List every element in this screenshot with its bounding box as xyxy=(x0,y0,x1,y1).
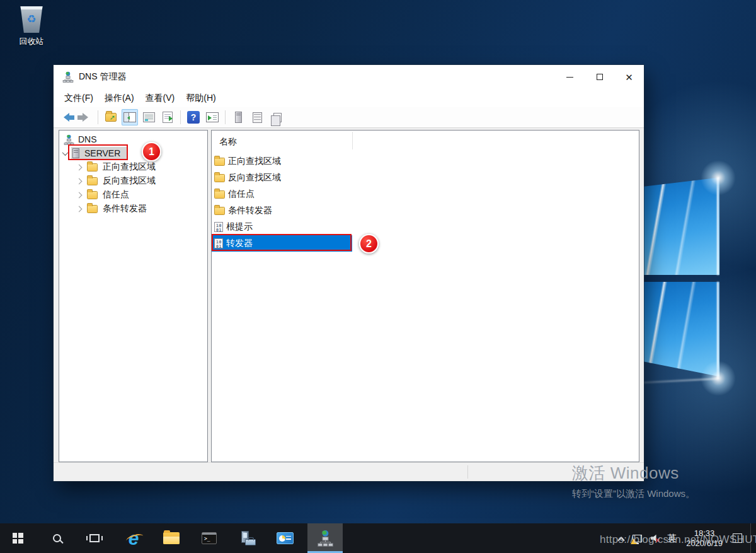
tree-label: 条件转发器 xyxy=(103,203,147,214)
list-item-conditional-forwarders[interactable]: 条件转发器 xyxy=(212,202,352,219)
show-console-tree-button[interactable] xyxy=(122,109,138,125)
menu-help[interactable]: 帮助(H) xyxy=(180,90,221,107)
chevron-right-icon[interactable] xyxy=(76,178,83,184)
activation-line2: 转到“设置”以激活 Windows。 xyxy=(572,488,695,500)
start-button[interactable] xyxy=(4,523,32,553)
console-tree-pane: DNS SERVER 正向查找区域 反向查找区域 xyxy=(59,130,208,462)
server-status-button[interactable] xyxy=(230,109,246,125)
up-one-level-button[interactable]: ➚ xyxy=(103,109,119,125)
minimize-button[interactable] xyxy=(555,65,585,89)
tree-label: 信任点 xyxy=(103,189,129,201)
server-icon xyxy=(235,112,242,123)
export-list-button[interactable] xyxy=(159,109,176,125)
file-explorer-button[interactable] xyxy=(158,523,185,553)
help-icon: ? xyxy=(187,111,200,124)
tree-item-forward-lookup-zones[interactable]: 正向查找区域 xyxy=(59,160,207,174)
tree-item-reverse-lookup-zones[interactable]: 反向查找区域 xyxy=(59,174,207,188)
back-icon xyxy=(59,113,69,122)
annotation-box-server xyxy=(68,144,128,160)
list-label: 根提示 xyxy=(226,221,253,233)
list-item-forward-lookup-zones[interactable]: 正向查找区域 xyxy=(212,153,352,170)
menu-view[interactable]: 查看(V) xyxy=(140,90,181,107)
list-label: 条件转发器 xyxy=(228,205,272,216)
search-button[interactable] xyxy=(43,523,71,553)
list-header: 名称 xyxy=(212,131,639,153)
status-bar xyxy=(54,462,644,481)
folder-icon xyxy=(87,205,98,213)
forward-icon xyxy=(83,113,93,122)
recycle-bin-shortcut[interactable]: ♻ 回收站 xyxy=(11,6,52,47)
window-title: DNS 管理器 xyxy=(79,71,126,83)
binary-document-icon: 1001 xyxy=(214,222,223,232)
chevron-right-icon[interactable] xyxy=(76,192,83,198)
maximize-button[interactable] xyxy=(585,65,614,89)
dns-root-icon xyxy=(64,134,74,145)
activation-line1: 激活 Windows xyxy=(572,462,695,484)
task-view-button[interactable] xyxy=(81,523,108,553)
folder-icon xyxy=(214,190,225,199)
column-header-name[interactable]: 名称 xyxy=(219,136,237,148)
recycle-bin-label: 回收站 xyxy=(11,36,52,47)
dns-manager-taskbar-button[interactable] xyxy=(307,523,343,553)
toolbar: ➚ ? xyxy=(54,107,644,128)
activation-watermark: 激活 Windows 转到“设置”以激活 Windows。 xyxy=(572,462,695,500)
minimize-icon xyxy=(566,77,573,78)
toolbar-separator xyxy=(180,110,181,124)
menu-file[interactable]: 文件(F) xyxy=(59,90,99,107)
folder-icon xyxy=(87,191,98,199)
properties-button[interactable] xyxy=(140,109,157,125)
dns-manager-icon xyxy=(317,530,334,547)
close-button[interactable]: ✕ xyxy=(614,65,644,89)
tree-label-dns: DNS xyxy=(78,134,97,144)
file-explorer-icon xyxy=(163,532,180,544)
chevron-down-icon[interactable] xyxy=(62,149,69,156)
copy-button[interactable] xyxy=(268,109,284,125)
forward-button[interactable] xyxy=(77,109,93,125)
tree-label: 反向查找区域 xyxy=(103,175,156,187)
results-list-pane: 名称 正向查找区域 反向查找区域 信任点 条件转发器 1001 根提示 xyxy=(211,130,639,462)
event-viewer-button[interactable] xyxy=(271,523,299,553)
server-manager-icon xyxy=(238,531,256,545)
command-prompt-button[interactable] xyxy=(195,523,223,553)
new-window-button[interactable] xyxy=(204,109,220,125)
folder-icon xyxy=(214,174,225,182)
tree-item-trust-points[interactable]: 信任点 xyxy=(59,188,207,202)
event-viewer-icon xyxy=(277,532,294,544)
list-item-trust-points[interactable]: 信任点 xyxy=(212,186,352,202)
wallpaper-corner-glow-top xyxy=(701,160,736,195)
help-button[interactable]: ? xyxy=(185,109,202,125)
back-button[interactable] xyxy=(58,109,74,125)
list-label: 正向查找区域 xyxy=(228,156,281,167)
maximize-icon xyxy=(597,74,603,80)
menu-bar: 文件(F) 操作(A) 查看(V) 帮助(H) xyxy=(54,89,644,107)
annotation-step-2: 2 xyxy=(359,234,379,253)
titlebar[interactable]: DNS 管理器 ✕ xyxy=(54,65,644,89)
chevron-right-icon[interactable] xyxy=(76,206,83,212)
list-item-reverse-lookup-zones[interactable]: 反向查找区域 xyxy=(212,170,352,186)
console-tree-icon xyxy=(123,112,136,122)
search-icon xyxy=(53,534,61,542)
properties-icon xyxy=(143,112,155,122)
toolbar-separator xyxy=(225,110,226,124)
list-label: 信任点 xyxy=(228,189,255,200)
annotation-box-forwarders xyxy=(212,234,352,251)
column-divider[interactable] xyxy=(352,132,353,149)
close-icon: ✕ xyxy=(625,73,633,82)
folder-icon xyxy=(214,158,225,166)
dns-app-icon xyxy=(62,71,74,83)
task-view-icon xyxy=(89,534,100,542)
new-window-icon xyxy=(206,112,219,122)
list-item-root-hints[interactable]: 1001 根提示 xyxy=(212,219,352,235)
annotation-step-1: 1 xyxy=(142,142,161,161)
records-list-button[interactable] xyxy=(249,109,265,125)
folder-icon xyxy=(87,177,98,185)
menu-action[interactable]: 操作(A) xyxy=(99,90,140,107)
server-manager-button[interactable] xyxy=(233,523,261,553)
list-icon xyxy=(253,112,262,123)
internet-explorer-icon: e xyxy=(129,529,139,548)
csdn-watermark: https://blog.csdn.net/NOWSHUT xyxy=(600,533,756,546)
folder-icon xyxy=(214,207,225,215)
tree-item-conditional-forwarders[interactable]: 条件转发器 xyxy=(59,202,207,216)
internet-explorer-button[interactable]: e xyxy=(120,523,147,553)
chevron-right-icon[interactable] xyxy=(76,164,83,170)
